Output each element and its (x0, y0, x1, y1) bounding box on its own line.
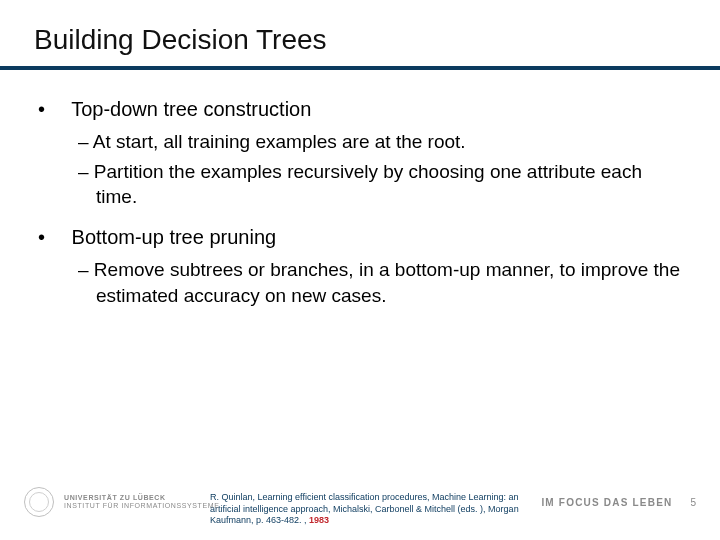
title-divider (0, 66, 720, 70)
slide-title: Building Decision Trees (34, 24, 686, 56)
bullet-item: Bottom-up tree pruning Remove subtrees o… (34, 224, 686, 308)
university-line1: UNIVERSITÄT ZU LÜBECK (64, 494, 219, 502)
sub-bullet-list: Remove subtrees or branches, in a bottom… (34, 257, 686, 308)
university-seal-icon (24, 487, 54, 517)
university-name: UNIVERSITÄT ZU LÜBECK INSTITUT FÜR INFOR… (64, 494, 219, 509)
sub-bullet-item: Partition the examples recursively by ch… (34, 159, 686, 210)
page-number: 5 (690, 497, 696, 508)
slide: Building Decision Trees Top-down tree co… (0, 0, 720, 540)
sub-bullet-item: At start, all training examples are at t… (34, 129, 686, 155)
footer: UNIVERSITÄT ZU LÜBECK INSTITUT FÜR INFOR… (0, 478, 720, 526)
bullet-text: Bottom-up tree pruning (72, 226, 277, 248)
motto: IM FOCUS DAS LEBEN (541, 497, 672, 508)
bullet-text: Top-down tree construction (71, 98, 311, 120)
footer-left: UNIVERSITÄT ZU LÜBECK INSTITUT FÜR INFOR… (24, 487, 219, 517)
sub-bullet-list: At start, all training examples are at t… (34, 129, 686, 210)
slide-content: Top-down tree construction At start, all… (34, 96, 686, 308)
bullet-list: Top-down tree construction At start, all… (34, 96, 686, 308)
bullet-item: Top-down tree construction At start, all… (34, 96, 686, 210)
university-line2: INSTITUT FÜR INFORMATIONSSYSTEME (64, 502, 219, 510)
footer-right: IM FOCUS DAS LEBEN 5 (541, 497, 696, 508)
sub-bullet-item: Remove subtrees or branches, in a bottom… (34, 257, 686, 308)
